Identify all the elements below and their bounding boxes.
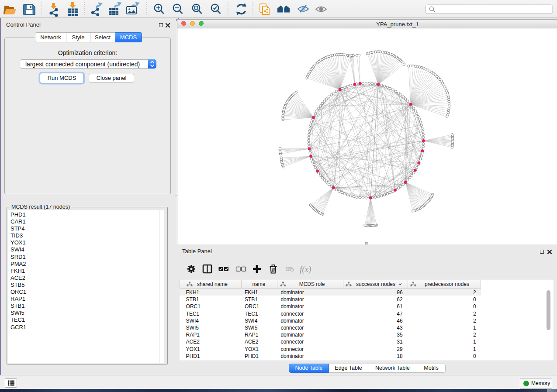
svg-text:f(x): f(x): [300, 265, 311, 274]
